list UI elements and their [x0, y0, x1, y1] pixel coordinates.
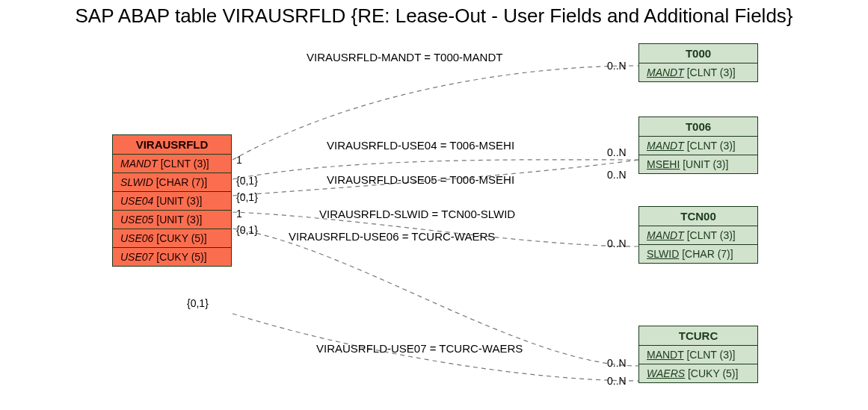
entity-field: USE06 [CUKY (5)] [113, 229, 231, 248]
cardinality: 0..N [607, 146, 627, 158]
relation-label: VIRAUSRFLD-USE06 = TCURC-WAERS [289, 230, 495, 243]
cardinality: {0,1} [236, 191, 258, 203]
entity-header: T000 [639, 44, 757, 63]
entity-field: MANDT [CLNT (3)] [639, 137, 757, 155]
relation-label: VIRAUSRFLD-MANDT = T000-MANDT [307, 51, 502, 63]
page-title: SAP ABAP table VIRAUSRFLD {RE: Lease-Out… [0, 4, 868, 28]
entity-field: USE05 [UNIT (3)] [113, 211, 231, 229]
cardinality: 1 [236, 208, 242, 220]
entity-field: MANDT [CLNT (3)] [639, 63, 757, 81]
cardinality: 0..N [607, 237, 627, 249]
entity-header: TCURC [639, 326, 757, 346]
entity-field: WAERS [CUKY (5)] [639, 364, 757, 382]
cardinality: {0,1} [236, 224, 258, 236]
entity-field: SLWID [CHAR (7)] [639, 245, 757, 263]
entity-virausrfld: VIRAUSRFLD MANDT [CLNT (3)] SLWID [CHAR … [112, 134, 232, 267]
relation-label: VIRAUSRFLD-SLWID = TCN00-SLWID [319, 208, 515, 220]
entity-t000: T000 MANDT [CLNT (3)] [638, 43, 758, 82]
entity-field: MANDT [CLNT (3)] [113, 155, 231, 173]
cardinality: 0..N [607, 375, 627, 387]
entity-tcurc: TCURC MANDT [CLNT (3)] WAERS [CUKY (5)] [638, 326, 758, 383]
cardinality: 0..N [607, 169, 627, 181]
cardinality: {0,1} [236, 175, 258, 187]
entity-header: TCN00 [639, 207, 757, 226]
entity-field: SLWID [CHAR (7)] [113, 173, 231, 192]
relation-label: VIRAUSRFLD-USE04 = T006-MSEHI [327, 139, 514, 152]
entity-field: USE07 [CUKY (5)] [113, 248, 231, 266]
entity-header: VIRAUSRFLD [113, 135, 231, 155]
entity-field: MANDT [CLNT (3)] [639, 346, 757, 364]
entity-field: MANDT [CLNT (3)] [639, 226, 757, 245]
cardinality: {0,1} [187, 297, 209, 309]
entity-header: T006 [639, 117, 757, 137]
entity-field: MSEHI [UNIT (3)] [639, 155, 757, 173]
cardinality: 1 [236, 154, 242, 166]
entity-tcn00: TCN00 MANDT [CLNT (3)] SLWID [CHAR (7)] [638, 206, 758, 264]
relation-label: VIRAUSRFLD-USE05 = T006-MSEHI [327, 173, 514, 186]
entity-t006: T006 MANDT [CLNT (3)] MSEHI [UNIT (3)] [638, 117, 758, 174]
entity-field: USE04 [UNIT (3)] [113, 192, 231, 211]
cardinality: 0..N [607, 60, 627, 72]
cardinality: 0..N [607, 357, 627, 369]
relation-label: VIRAUSRFLD-USE07 = TCURC-WAERS [316, 342, 523, 355]
